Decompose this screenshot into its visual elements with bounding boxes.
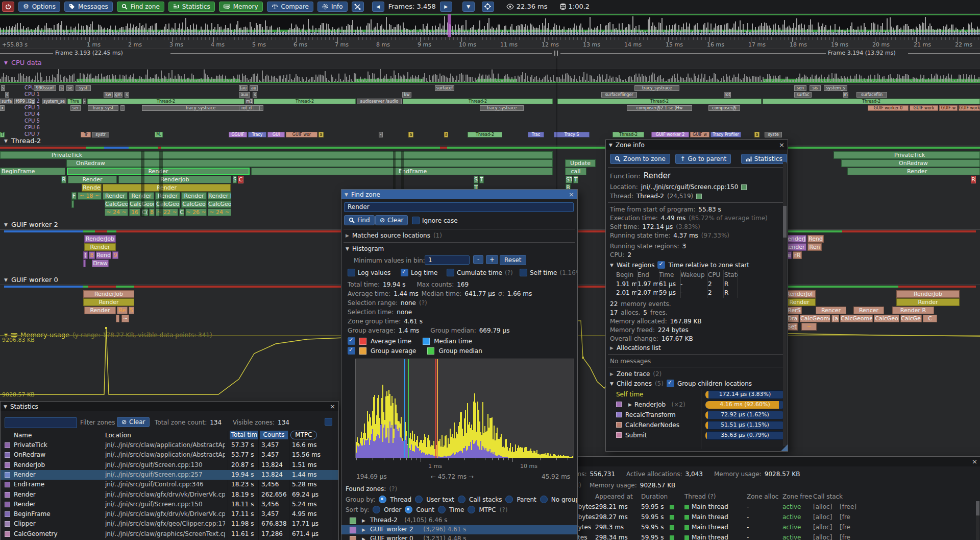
thread-header-guif-worker-2[interactable]: ▼GUIF worker 2 — [4, 221, 58, 228]
checkbox[interactable] — [348, 269, 355, 276]
matched-source-locations-row[interactable]: ▶Matched source locations(1) — [346, 232, 442, 239]
zone-info-window-titlebar[interactable]: ▼ Zone info × — [606, 140, 788, 150]
zone-chip[interactable]: Draw — [92, 260, 109, 267]
memory-column-header[interactable]: Zone free — [782, 493, 812, 500]
cpu-zone-chip[interactable]: Tracy Profiler — [710, 132, 741, 137]
alloc-callstack-alloc[interactable]: [alloc] — [813, 513, 832, 521]
zone-chip[interactable]: Render R — [892, 307, 934, 314]
collapse-icon[interactable]: ▼ — [609, 143, 612, 148]
cpu-zone-chip[interactable]: gm — [114, 92, 122, 98]
zone-chip[interactable]: RenderJob — [84, 235, 116, 243]
collapse-icon[interactable]: ▼ — [4, 404, 7, 409]
zone-chip[interactable]: S — [233, 176, 237, 183]
cpu-zone-chip[interactable]: GUIF w — [690, 132, 709, 137]
child-zone-row[interactable]: CalcRenderNodes51.51 μs (1.15%) — [606, 420, 787, 431]
cpu-zone-chip[interactable]: system_s — [824, 85, 847, 91]
zone-chip[interactable]: C — [923, 315, 937, 322]
histogram-section-row[interactable]: ▼Histogram — [346, 245, 384, 252]
messages-button[interactable]: Messages — [64, 2, 113, 12]
zone-chip[interactable]: CalcGeo — [105, 200, 128, 208]
zone-chip[interactable]: Rencer — [816, 307, 846, 314]
cpu-zone-chip[interactable]: sen — [794, 85, 806, 91]
cpu-zone-chip[interactable]: m — [843, 92, 848, 98]
checkbox[interactable] — [657, 261, 665, 269]
compare-button[interactable]: Compare — [267, 2, 313, 12]
zone-chip[interactable] — [71, 200, 74, 208]
cpu-zone-chip[interactable]: kw — [104, 92, 113, 98]
statistics-row[interactable]: Renderjni/../jni/src/claw/gfx/drv/vk/Dri… — [1, 490, 338, 500]
zone-chip[interactable]: C — [179, 208, 184, 216]
checkbox[interactable] — [520, 269, 527, 276]
memory-column-header[interactable]: Zone alloc — [747, 493, 778, 500]
radio-button[interactable] — [405, 506, 412, 513]
cpu-zone-chip[interactable]: f6P9 — [14, 99, 27, 104]
statistics-row[interactable]: EndFramejni/../jni/src/guif/Control.cpp:… — [1, 480, 338, 489]
cpu-zone-chip[interactable]: composer@2.1-se (Hw — [627, 105, 692, 111]
checkbox[interactable] — [412, 217, 420, 224]
zone-chip[interactable]: 9 — [112, 251, 118, 259]
cpu-zone-chip[interactable]: GUIF worker 2 — [651, 132, 689, 137]
cpu-zone-chip[interactable]: s — [125, 92, 129, 98]
cpu-zone-chip[interactable]: Thread-2 — [468, 132, 502, 137]
cpu-zone-chip[interactable]: GUIF work — [910, 105, 938, 111]
zoom-to-zone-button[interactable]: Zoom to zone — [610, 154, 670, 164]
cpu-zone-chip[interactable]: GUIF-w — [939, 105, 958, 111]
found-zone-thread-row[interactable]: ▶GUIF worker 0(3,231) 4.48 s — [341, 534, 577, 540]
collapse-icon[interactable]: ▼ — [345, 192, 348, 197]
cpu-zone-chip[interactable]: Trac — [528, 132, 544, 137]
cpu-zone-chip[interactable]: GUIF wor — [286, 132, 317, 137]
goto-frame-button[interactable] — [482, 2, 494, 12]
column-header-location[interactable]: Location — [105, 432, 131, 439]
clear-button[interactable]: ⊘Clear — [375, 215, 408, 225]
statistics-button[interactable]: Statistics — [741, 154, 787, 164]
statistics-button[interactable]: Statistics — [168, 2, 215, 12]
memory-column-header[interactable]: Duration — [641, 493, 668, 500]
frames-row[interactable]: Frame 3,193 (22.45 ms)Frame 3,194 (13.92… — [0, 49, 980, 58]
zone-chip[interactable]: RenderJob — [896, 290, 960, 298]
cpu-zone-chip[interactable]: Thread-2 — [557, 99, 762, 104]
zone-chip[interactable]: Update — [565, 159, 596, 167]
zone-chip[interactable]: OnRedraw — [841, 159, 980, 167]
cpu-zone-chip[interactable]: Tracy S — [554, 132, 590, 137]
zone-chip[interactable]: ~ — [121, 315, 129, 322]
checkbox[interactable] — [667, 380, 674, 387]
cpu-zone-chip[interactable]: - — [379, 132, 383, 137]
cpu-zone-chip[interactable]: Thread-2 — [254, 99, 356, 104]
zone-chip[interactable]: CalcGeomet — [840, 315, 873, 322]
next-frame-button[interactable]: ▶ — [440, 2, 452, 12]
zone-chip[interactable]: Rend — [96, 251, 111, 259]
cpu-zone-chip[interactable]: system_se — [42, 99, 66, 104]
zone-chip[interactable]: Rend — [807, 235, 824, 243]
alloc-callstack-free[interactable]: [free] — [840, 503, 856, 510]
child-zone-row[interactable]: ▶RenderJob(×2)4.16 ms (92.60%) — [606, 400, 787, 410]
zone-chip[interactable]: OnRedraw — [66, 159, 553, 167]
zone-chip[interactable]: rR — [793, 251, 802, 259]
histogram-canvas[interactable] — [355, 359, 574, 458]
group-option-label[interactable]: User text — [426, 496, 454, 503]
zone-chip[interactable]: C — [238, 176, 243, 183]
memory-button[interactable]: Memory — [219, 2, 263, 12]
zone-chip[interactable]: 8 — [149, 208, 155, 216]
tools-button[interactable] — [352, 2, 364, 12]
window-resize-grip[interactable] — [781, 444, 788, 451]
cpu-zone-chip[interactable]: x — [0, 105, 5, 111]
child-zone-row[interactable]: RecalcTransform72.92 μs (1.62%) — [606, 410, 787, 420]
zone-chip[interactable]: call — [565, 168, 586, 175]
cpu-zone-chip[interactable]: au — [250, 85, 258, 91]
cpu-zone-chip[interactable]: - — [259, 105, 263, 111]
zone-chip[interactable]: ~ 24 ~ — [208, 208, 231, 216]
zone-chip[interactable]: T — [479, 176, 484, 183]
scrollbar-thumb[interactable] — [783, 206, 787, 238]
zone-chip[interactable]: ~ 26 ~ — [185, 208, 207, 216]
alloc-callstack-free[interactable]: [fre — [840, 513, 850, 521]
cpu-zone-chip[interactable]: Thread-2 — [87, 99, 244, 104]
zone-chip[interactable]: Rencer — [853, 307, 884, 314]
statistics-row[interactable]: OnRedrawjni/../jni/src/claw/application/… — [1, 450, 338, 460]
zone-chip[interactable]: RenderJob — [83, 290, 134, 298]
cpu-zone-chip[interactable]: tracy_systrace — [480, 105, 524, 111]
thread-header-guif-worker-0[interactable]: ▼GUIF worker 0 — [4, 276, 58, 284]
close-icon[interactable]: × — [569, 191, 574, 198]
group-option-label[interactable]: Thread — [390, 496, 411, 503]
zone-chip[interactable]: ~ 18 ~ — [78, 192, 102, 200]
check-option[interactable]: Log time — [401, 269, 437, 276]
